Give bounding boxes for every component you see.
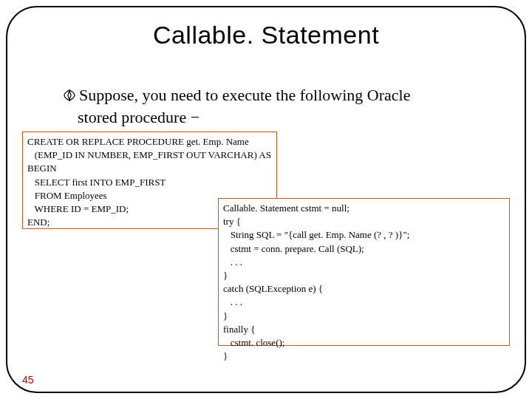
body-paragraph: Suppose, you need to execute the followi… bbox=[63, 85, 491, 127]
bullet-icon bbox=[63, 86, 76, 107]
slide-title: Callable. Statement bbox=[0, 21, 532, 50]
body-line-1: Suppose, you need to execute the followi… bbox=[79, 86, 410, 104]
page-number: 45 bbox=[22, 374, 34, 386]
body-line-2: stored procedure − bbox=[78, 108, 200, 126]
code-block-java: Callable. Statement cstmt = null; try { … bbox=[218, 198, 510, 346]
slide: Callable. Statement Suppose, you need to… bbox=[0, 0, 532, 399]
